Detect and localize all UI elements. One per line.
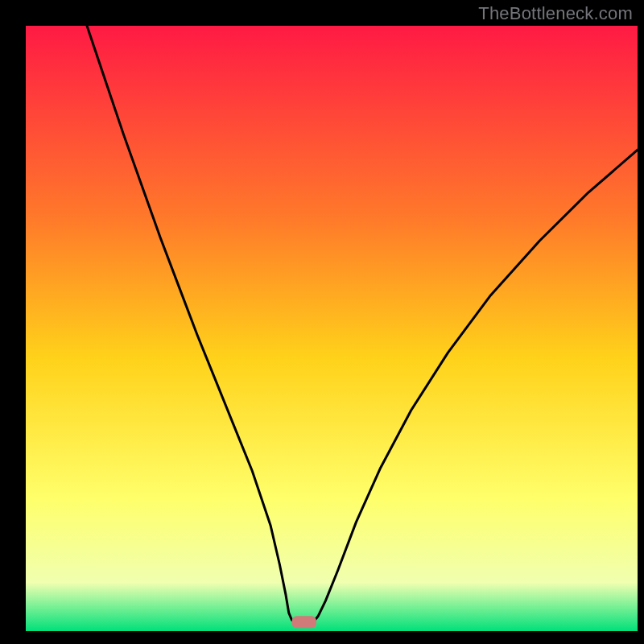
bottleneck-chart [0,0,644,644]
chart-container: TheBottleneck.com [0,0,644,644]
optimal-marker [292,616,316,628]
watermark-text: TheBottleneck.com [478,3,633,24]
